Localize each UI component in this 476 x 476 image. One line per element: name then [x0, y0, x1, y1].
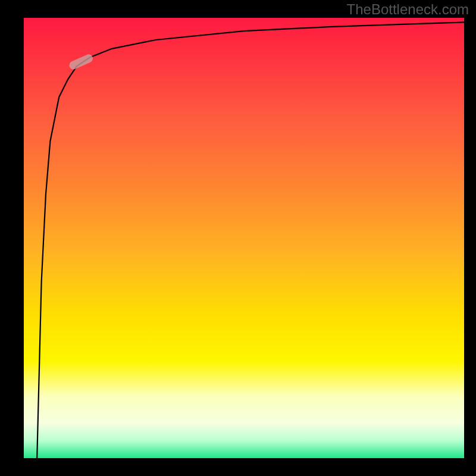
curve-marker: [68, 53, 94, 71]
curve-layer: [24, 18, 464, 458]
attribution-text: TheBottleneck.com: [347, 1, 469, 18]
curve-path: [37, 22, 464, 458]
chart-frame: TheBottleneck.com: [0, 0, 476, 476]
